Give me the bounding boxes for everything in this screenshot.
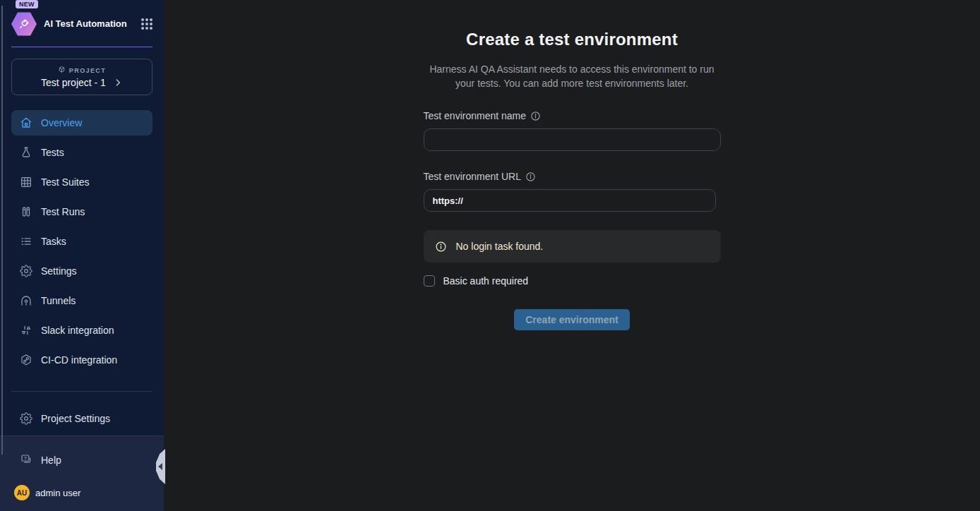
info-icon[interactable] <box>530 111 541 121</box>
sidebar-item-test-runs[interactable]: Test Runs <box>11 199 153 224</box>
sidebar: NEW AI Test Automation PROJECT Test <box>0 0 164 511</box>
header-accent-divider <box>11 47 153 47</box>
help-button[interactable]: ? Help <box>11 447 153 473</box>
sidebar-item-overview[interactable]: Overview <box>11 110 153 136</box>
chevron-right-icon <box>113 78 123 88</box>
sidebar-item-tunnels[interactable]: Tunnels <box>11 288 153 313</box>
notice-text: No login task found. <box>456 241 544 252</box>
flask-icon <box>20 146 32 159</box>
avatar: AU <box>14 485 30 500</box>
info-icon[interactable] <box>525 172 536 182</box>
gear-icon <box>20 412 32 425</box>
sidebar-item-label: Tunnels <box>41 295 76 306</box>
sidebar-item-label: Project Settings <box>41 413 110 424</box>
help-chat-icon: ? <box>20 453 32 468</box>
user-name: admin user <box>35 488 80 498</box>
table-grid-icon <box>20 176 32 188</box>
basic-auth-label: Basic auth required <box>443 275 529 287</box>
columns-icon <box>20 205 32 218</box>
slack-icon <box>20 324 32 337</box>
new-badge: NEW <box>16 0 38 8</box>
home-icon <box>20 116 32 129</box>
app-logo-icon <box>11 11 37 37</box>
sidebar-item-tests[interactable]: Tests <box>11 140 153 165</box>
svg-text:?: ? <box>24 455 27 460</box>
create-environment-button[interactable]: Create environment <box>514 309 629 330</box>
project-selector[interactable]: PROJECT Test project - 1 <box>11 59 153 95</box>
gear-icon <box>20 265 32 277</box>
sidebar-item-label: Test Runs <box>41 206 85 217</box>
sidebar-item-test-suites[interactable]: Test Suites <box>11 169 153 195</box>
sidebar-item-cicd-integration[interactable]: CI-CD integration <box>11 347 153 373</box>
env-url-field-group: Test environment URL <box>424 171 721 212</box>
collapse-arrow-icon <box>158 463 162 470</box>
project-eyebrow: PROJECT <box>19 66 145 75</box>
window-edge-line <box>1 6 3 455</box>
sidebar-item-label: Tests <box>41 147 64 158</box>
env-url-input[interactable] <box>424 189 716 212</box>
info-circle-icon <box>435 241 447 253</box>
sidebar-divider <box>11 391 153 392</box>
page-subtitle: Harness AI QA Assistant needs to access … <box>424 62 721 90</box>
env-name-label: Test environment name <box>424 110 721 121</box>
project-eyebrow-label: PROJECT <box>69 67 106 74</box>
sidebar-nav: Overview Tests Test Suites <box>0 95 164 377</box>
sidebar-secondary-nav: Project Settings <box>0 406 164 435</box>
env-name-field-group: Test environment name <box>424 110 721 151</box>
create-environment-form: Test environment name Test environment U… <box>424 110 721 330</box>
list-icon <box>20 235 32 248</box>
page-title: Create a test environment <box>424 28 721 51</box>
env-url-label: Test environment URL <box>424 171 721 182</box>
sidebar-item-label: Settings <box>41 265 77 277</box>
sidebar-item-label: Overview <box>41 117 82 128</box>
app-switcher-icon[interactable] <box>141 18 153 30</box>
user-menu[interactable]: AU admin user <box>11 483 153 503</box>
basic-auth-row[interactable]: Basic auth required <box>424 275 721 287</box>
help-label: Help <box>41 455 61 466</box>
env-name-input[interactable] <box>424 128 721 151</box>
cube-icon <box>58 66 66 75</box>
sidebar-item-label: Slack integration <box>41 325 114 336</box>
app-title: AI Test Automation <box>44 18 134 30</box>
basic-auth-checkbox[interactable] <box>424 275 435 287</box>
no-login-task-notice: No login task found. <box>424 230 721 263</box>
sidebar-item-project-settings[interactable]: Project Settings <box>11 406 153 431</box>
sidebar-item-label: Test Suites <box>41 176 89 188</box>
tunnel-icon <box>20 294 32 307</box>
sidebar-item-label: CI-CD integration <box>41 354 117 366</box>
project-name: Test project - 1 <box>41 77 106 88</box>
main-content: Create a test environment Harness AI QA … <box>164 0 980 511</box>
sidebar-item-label: Tasks <box>41 236 66 247</box>
cicd-link-icon <box>20 354 32 366</box>
sidebar-item-tasks[interactable]: Tasks <box>11 229 153 254</box>
sidebar-footer: ? Help AU admin user <box>0 435 164 511</box>
sidebar-item-slack-integration[interactable]: Slack integration <box>11 318 153 343</box>
sidebar-item-settings[interactable]: Settings <box>11 258 153 284</box>
